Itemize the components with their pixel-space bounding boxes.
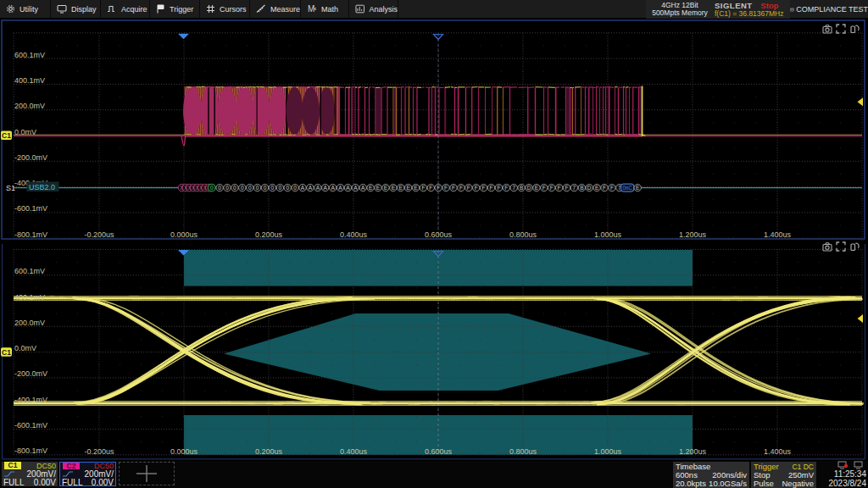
svg-text:E: E — [595, 185, 599, 191]
svg-text:0.0mV: 0.0mV — [14, 344, 36, 352]
svg-text:0.800us: 0.800us — [509, 230, 537, 239]
svg-text:B: B — [520, 185, 523, 191]
svg-text:0: 0 — [293, 185, 297, 191]
svg-text:E: E — [636, 185, 640, 191]
svg-text:200.0mV: 200.0mV — [14, 102, 45, 110]
svg-text:0.200us: 0.200us — [255, 230, 283, 239]
svg-text:0: 0 — [278, 185, 281, 191]
svg-text:0: 0 — [264, 185, 267, 191]
svg-text:E: E — [369, 185, 373, 191]
svg-text:0.000us: 0.000us — [170, 230, 198, 239]
svg-text:D: D — [527, 185, 531, 191]
svg-text:F: F — [558, 185, 561, 191]
svg-text:-200.0mV: -200.0mV — [14, 153, 47, 162]
svg-text:F: F — [497, 185, 500, 191]
svg-text:7: 7 — [573, 185, 576, 191]
svg-text:0.800us: 0.800us — [509, 447, 537, 456]
svg-text:M: M — [308, 4, 314, 14]
svg-text:E: E — [376, 185, 381, 191]
svg-text:B: B — [580, 185, 583, 191]
svg-text:F: F — [467, 185, 470, 191]
svg-text:A: A — [361, 185, 365, 191]
svg-text:-0.200us: -0.200us — [84, 447, 114, 456]
svg-text:F: F — [421, 185, 425, 191]
svg-text:F: F — [459, 185, 463, 191]
svg-text:F: F — [490, 185, 493, 191]
svg-text:A: A — [324, 185, 328, 191]
svg-text:-200.0mV: -200.0mV — [14, 369, 47, 378]
svg-text:0: 0 — [241, 185, 244, 191]
svg-text:E: E — [406, 185, 410, 191]
svg-text:400.1mV: 400.1mV — [14, 76, 45, 85]
svg-text:-800.1mV: -800.1mV — [14, 446, 47, 455]
svg-text:-0.200us: -0.200us — [84, 230, 114, 239]
svg-text:-800.1mV: -800.1mV — [14, 230, 47, 239]
svg-text:A: A — [353, 185, 358, 191]
svg-text:A: A — [338, 185, 342, 191]
svg-text:0.400us: 0.400us — [340, 230, 368, 239]
svg-text:1.400us: 1.400us — [764, 447, 792, 456]
svg-text:-600.1mV: -600.1mV — [14, 421, 47, 430]
svg-text:E: E — [414, 185, 418, 191]
svg-text:0: 0 — [271, 185, 275, 191]
svg-text:F: F — [565, 185, 569, 191]
svg-text:0: 0 — [233, 185, 236, 191]
svg-text:400.1mV: 400.1mV — [14, 293, 45, 302]
svg-text:E: E — [392, 185, 396, 191]
svg-text:C1: C1 — [2, 131, 11, 140]
svg-text:0: 0 — [218, 185, 221, 191]
svg-text:F: F — [444, 185, 448, 191]
svg-text:E: E — [384, 185, 388, 191]
svg-text:A: A — [301, 185, 305, 191]
svg-text:-400.1mV: -400.1mV — [14, 396, 47, 404]
svg-text:A: A — [346, 185, 350, 191]
svg-text:1.200us: 1.200us — [679, 447, 707, 456]
svg-text:0: 0 — [225, 185, 229, 191]
svg-text:F: F — [475, 185, 478, 191]
svg-text:F: F — [542, 185, 546, 191]
svg-text:E: E — [535, 185, 539, 191]
svg-text:1.000us: 1.000us — [594, 230, 622, 239]
svg-text:A: A — [316, 185, 320, 191]
svg-text:0: 0 — [248, 185, 252, 191]
svg-text:0.000us: 0.000us — [170, 447, 198, 456]
svg-text:E: E — [399, 185, 403, 191]
svg-text:-600.1mV: -600.1mV — [14, 204, 47, 213]
svg-text:F: F — [452, 185, 455, 191]
svg-text:600.1mV: 600.1mV — [14, 51, 45, 59]
svg-text:S1: S1 — [6, 184, 15, 192]
svg-text:F: F — [482, 185, 486, 191]
svg-text:1.400us: 1.400us — [764, 230, 792, 239]
svg-text:F: F — [550, 185, 554, 191]
svg-text:600.1mV: 600.1mV — [14, 267, 45, 275]
svg-text:F: F — [504, 185, 508, 191]
svg-text:C1: C1 — [2, 348, 11, 357]
svg-text:0.400us: 0.400us — [340, 447, 368, 456]
svg-text:7: 7 — [512, 185, 515, 191]
svg-text:F: F — [429, 185, 432, 191]
svg-text:0: 0 — [256, 185, 259, 191]
svg-text:0.200us: 0.200us — [255, 447, 283, 456]
svg-text:F: F — [603, 185, 606, 191]
svg-text:0xC: 0xC — [622, 185, 632, 191]
svg-text:A: A — [331, 185, 335, 191]
svg-text:A: A — [309, 185, 313, 191]
svg-text:F: F — [610, 185, 614, 191]
svg-text:0: 0 — [210, 185, 214, 191]
svg-text:0.0mV: 0.0mV — [14, 128, 36, 136]
svg-text:1.000us: 1.000us — [594, 447, 622, 456]
svg-text:USB2.0: USB2.0 — [29, 183, 55, 191]
svg-text:200.0mV: 200.0mV — [14, 319, 45, 327]
svg-text:0: 0 — [286, 185, 289, 191]
svg-text:1.200us: 1.200us — [679, 230, 707, 239]
svg-text:0.600us: 0.600us — [425, 447, 453, 456]
svg-text:D: D — [587, 185, 592, 191]
